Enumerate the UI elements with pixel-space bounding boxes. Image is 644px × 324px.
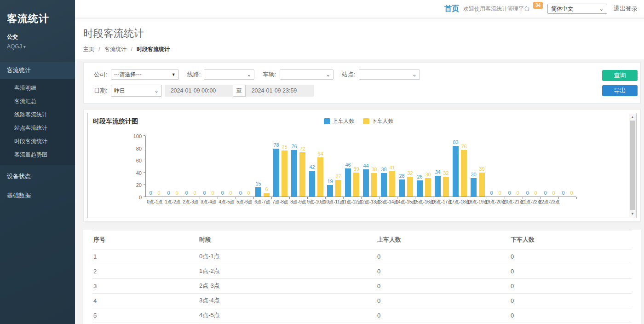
bar-value-label: 76: [461, 144, 466, 150]
bar-value-label: 76: [291, 144, 297, 150]
chevron-down-icon: ⌄: [599, 6, 604, 12]
company-name: 公交: [7, 33, 68, 41]
legend-item[interactable]: 上车人数: [324, 117, 355, 125]
station-select[interactable]: ⌄: [359, 69, 420, 80]
sidebar-subitem[interactable]: 客流明细: [0, 81, 75, 95]
bar-value-label: 0: [498, 190, 501, 196]
sidebar-subitem[interactable]: 时段客流统计: [0, 135, 75, 148]
sidebar-item-2[interactable]: 基础数据: [0, 187, 75, 204]
bar-value-label: 19: [327, 179, 333, 185]
chevron-down-icon: ⌄: [412, 72, 416, 78]
breadcrumb-home[interactable]: 主页: [83, 46, 94, 52]
company-select-value: ---请选择---: [114, 71, 142, 79]
bar-group: 00: [164, 136, 182, 197]
content: 公司: ---请选择--- ▼ 线路: ⌄ 车辆: ⌄ 站点:: [75, 59, 644, 324]
query-button[interactable]: 查询: [602, 70, 638, 81]
bar: [299, 152, 305, 197]
bar-value-label: 42: [309, 164, 315, 170]
bar-group: 1927: [325, 136, 343, 197]
date-preset-select[interactable]: 昨日 ⌄: [111, 85, 162, 97]
bar: [273, 149, 279, 197]
bar-value-label: 0: [490, 190, 493, 196]
main-area: 首页 欢迎使用客流统计管理平台 34 简体中文 ⌄ 退出登录 时段客流统计 主页…: [75, 0, 644, 324]
table-header-row: 序号时段上车人数下车人数: [92, 231, 632, 249]
bar: [264, 193, 270, 197]
table-cell: 4点-5点: [198, 308, 376, 323]
company-code-dropdown[interactable]: AQGJ▾: [7, 43, 68, 50]
bar-group: 4639: [343, 136, 361, 197]
bar-value-label: 41: [389, 165, 395, 171]
logout-link[interactable]: 退出登录: [614, 5, 638, 13]
table-cell: 3: [92, 279, 198, 294]
table-header-cell: 序号: [92, 231, 198, 249]
home-link[interactable]: 首页: [444, 4, 459, 14]
bar-value-label: 0: [157, 190, 160, 196]
bar-value-label: 0: [570, 190, 573, 196]
chart-scrollbar[interactable]: ▲ ▼: [629, 114, 636, 217]
vehicle-select[interactable]: ⌄: [280, 69, 334, 80]
x-axis-label: 0点-1点: [146, 199, 164, 205]
bar: [335, 180, 341, 197]
bar-value-label: 0: [247, 190, 250, 196]
bar: [417, 180, 423, 197]
legend-label: 下车人数: [372, 117, 394, 125]
line-select[interactable]: ⌄: [204, 69, 254, 80]
station-label: 站点:: [342, 70, 356, 79]
y-tick-label: 40: [136, 170, 142, 176]
bar-value-label: 0: [552, 190, 555, 196]
filter-buttons: 查询 导出: [602, 70, 638, 96]
legend-item[interactable]: 下车人数: [363, 117, 394, 125]
chevron-down-icon: ⌄: [326, 72, 330, 78]
y-tick: [144, 172, 145, 173]
bar: [443, 177, 449, 197]
y-axis: 020406080100: [130, 136, 145, 197]
language-select[interactable]: 简体中文 ⌄: [547, 4, 607, 14]
chevron-down-icon: ⌄: [247, 72, 251, 78]
bar-value-label: 0: [221, 190, 224, 196]
scrollbar-thumb[interactable]: [630, 121, 635, 210]
x-axis-labels: 0点-1点1点-2点2点-3点3点-4点4点-5点5点-6点6点-7点7点-8点…: [146, 199, 636, 205]
bar: [371, 173, 377, 197]
sidebar-item-1[interactable]: 设备状态: [0, 168, 75, 185]
company-select[interactable]: ---请选择--- ▼: [111, 69, 179, 80]
date-preset-value: 昨日: [114, 87, 125, 95]
date-to-input[interactable]: 2024-01-09 23:59: [246, 85, 314, 97]
x-axis-label: 17点-18点: [451, 199, 469, 205]
scroll-up-icon[interactable]: ▲: [629, 114, 636, 121]
export-button[interactable]: 导出: [602, 85, 638, 96]
y-tick: [144, 148, 145, 148]
breadcrumb-section[interactable]: 客流统计: [104, 46, 126, 52]
x-axis-label: 18点-19点: [469, 199, 487, 205]
x-axis-label: 3点-4点: [200, 199, 218, 205]
bar: [435, 176, 441, 197]
sidebar-subitem[interactable]: 客流汇总: [0, 95, 75, 108]
sidebar: 客流统计 公交 AQGJ▾ 客流统计客流明细客流汇总线路客流统计站点客流统计时段…: [0, 0, 75, 324]
table-cell: 4: [92, 294, 198, 308]
bar-value-label: 83: [453, 139, 458, 145]
company-label: 公司:: [94, 70, 108, 79]
y-tick: [144, 135, 145, 136]
x-axis-label: 20点-21点: [505, 199, 523, 205]
table-cell: 0点-1点: [198, 249, 376, 264]
sidebar-subitem[interactable]: 线路客流统计: [0, 108, 75, 122]
sidebar-item-0[interactable]: 客流统计: [0, 62, 75, 79]
table-cell: 3点-4点: [198, 294, 376, 308]
scroll-down-icon[interactable]: ▼: [629, 210, 636, 217]
bar-group: 00: [182, 136, 200, 197]
table-header-cell: 下车人数: [510, 231, 632, 249]
y-tick-label: 0: [139, 195, 142, 200]
x-axis-label: 5点-6点: [236, 199, 253, 205]
bar-value-label: 30: [471, 172, 476, 178]
bar-value-label: 39: [353, 166, 359, 172]
bar-value-label: 0: [534, 190, 537, 196]
sidebar-subitem[interactable]: 站点客流统计: [0, 122, 75, 135]
sidebar-subitem[interactable]: 客流量趋势图: [0, 148, 75, 162]
bar-value-label: 78: [273, 142, 279, 148]
bar-group: 4438: [361, 136, 379, 197]
date-from-input[interactable]: 2024-01-09 00:00: [165, 85, 233, 97]
bar-value-label: 0: [544, 190, 546, 196]
table-row: 10点-1点00: [92, 249, 632, 264]
bar: [425, 178, 431, 197]
table-header-cell: 时段: [198, 231, 376, 249]
chart-legend: 上车人数下车人数: [88, 117, 629, 125]
